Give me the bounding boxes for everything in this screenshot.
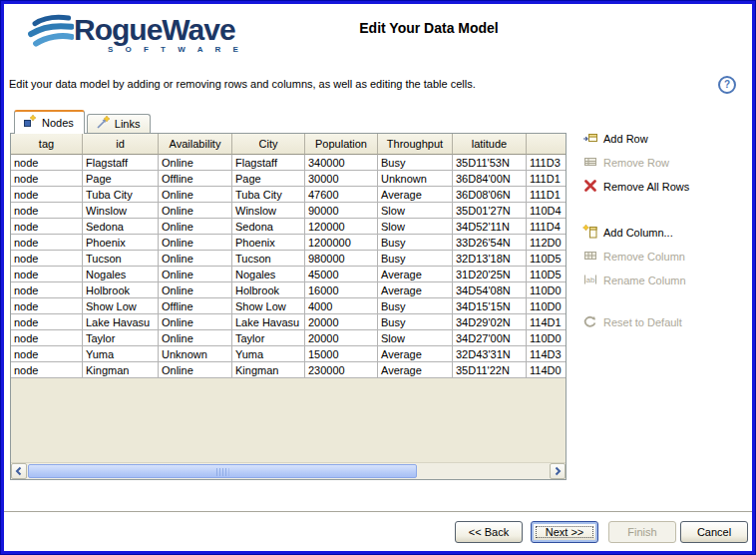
table-cell[interactable]: 111D3 [527,155,566,171]
table-cell[interactable]: 20000 [305,314,378,330]
table-cell[interactable]: Offline [159,298,232,314]
table-cell[interactable]: Flagstaff [232,155,305,171]
table-cell[interactable]: 20000 [305,330,378,346]
table-cell[interactable]: 114D0 [527,362,566,378]
table-cell[interactable]: 15000 [305,346,378,362]
scroll-left-button[interactable] [11,463,27,479]
help-icon[interactable]: ? [718,76,736,94]
tab-nodes[interactable]: Nodes [14,110,85,134]
scroll-right-button[interactable] [550,463,566,479]
table-cell[interactable]: 30000 [305,171,378,187]
table-cell[interactable]: 120000 [305,219,378,235]
table-cell[interactable]: Online [159,251,232,267]
table-cell[interactable]: Winslow [232,203,305,219]
table-cell[interactable]: 34D27'00N [453,330,527,346]
table-cell[interactable]: 110D4 [527,203,566,219]
table-cell[interactable]: Nogales [83,267,159,282]
table-cell[interactable]: 34D52'11N [453,219,527,235]
table-cell[interactable]: Busy [378,298,453,314]
table-cell[interactable]: Page [232,171,305,187]
table-cell[interactable]: node [11,219,83,235]
table-cell[interactable]: Winslow [83,203,159,219]
table-cell[interactable]: 1200000 [305,235,378,251]
table-cell[interactable]: Online [159,187,232,203]
table-cell[interactable]: Kingman [232,362,305,378]
table-cell[interactable]: node [11,203,83,219]
table-cell[interactable]: Busy [378,235,453,251]
table-cell[interactable]: 110D5 [527,267,566,282]
table-cell[interactable]: node [11,187,83,203]
table-cell[interactable]: 90000 [305,203,378,219]
action-reset-to-default[interactable]: Reset to Default [582,313,682,330]
table-cell[interactable]: Busy [378,251,453,267]
table-cell[interactable]: Show Low [232,298,305,314]
table-cell[interactable]: Nogales [232,267,305,282]
table-cell[interactable]: 34D54'08N [453,282,527,298]
scrollbar-thumb[interactable] [28,464,417,478]
table-cell[interactable]: Holbrook [83,282,159,298]
back-button[interactable]: << Back [455,521,523,543]
table-cell[interactable]: 35D11'22N [453,362,527,378]
table-cell[interactable]: Online [159,203,232,219]
finish-button[interactable]: Finish [608,521,676,543]
action-remove-row[interactable]: Remove Row [582,154,669,171]
table-cell[interactable]: node [11,330,83,346]
table-cell[interactable]: 31D20'25N [453,267,527,282]
table-cell[interactable]: 47600 [305,187,378,203]
action-remove-column[interactable]: Remove Column [582,248,685,265]
table-cell[interactable]: Slow [378,330,453,346]
table-cell[interactable]: 110D5 [527,251,566,267]
table-cell[interactable]: node [11,346,83,362]
table-cell[interactable]: Show Low [83,298,159,314]
table-cell[interactable]: 33D26'54N [453,235,527,251]
table-cell[interactable]: Online [159,282,232,298]
table-cell[interactable]: Page [83,171,159,187]
table-cell[interactable]: 4000 [305,298,378,314]
table-cell[interactable]: node [11,155,83,171]
table-cell[interactable]: 32D43'31N [453,346,527,362]
table-cell[interactable]: Holbrook [232,282,305,298]
table-cell[interactable]: node [11,298,83,314]
table-cell[interactable]: Average [378,362,453,378]
table-cell[interactable]: 110D0 [527,298,566,314]
table-cell[interactable]: 114D1 [527,314,566,330]
horizontal-scrollbar[interactable] [11,462,566,479]
table-cell[interactable]: 111D1 [527,187,566,203]
table-cell[interactable]: Average [378,187,453,203]
table-cell[interactable]: Unknown [378,171,453,187]
table-cell[interactable]: Average [378,346,453,362]
table-cell[interactable]: Flagstaff [83,155,159,171]
table-cell[interactable]: 35D01'27N [453,203,527,219]
table-cell[interactable]: Average [378,282,453,298]
table-cell[interactable]: 340000 [305,155,378,171]
table-cell[interactable]: Taylor [83,330,159,346]
table-cell[interactable]: Tuba City [232,187,305,203]
table-cell[interactable]: node [11,282,83,298]
table-cell[interactable]: Average [378,267,453,282]
table-cell[interactable]: Yuma [83,346,159,362]
table-cell[interactable]: node [11,314,83,330]
table-cell[interactable]: Tuba City [83,187,159,203]
table-cell[interactable]: node [11,267,83,282]
table-cell[interactable]: Kingman [83,362,159,378]
table-cell[interactable]: node [11,171,83,187]
table-cell[interactable]: Online [159,362,232,378]
table-cell[interactable]: Online [159,155,232,171]
table-cell[interactable]: node [11,362,83,378]
table-cell[interactable]: 110D0 [527,330,566,346]
action-remove-all-rows[interactable]: Remove All Rows [582,178,689,195]
table-cell[interactable]: 36D84'00N [453,171,527,187]
table-cell[interactable]: Slow [378,203,453,219]
table-cell[interactable]: Online [159,267,232,282]
table-cell[interactable]: 45000 [305,267,378,282]
table-cell[interactable]: 16000 [305,282,378,298]
table-cell[interactable]: 230000 [305,362,378,378]
table-cell[interactable]: 112D0 [527,235,566,251]
table-cell[interactable]: Lake Havasu [232,314,305,330]
table-cell[interactable]: 111D4 [527,219,566,235]
table-cell[interactable]: 34D29'02N [453,314,527,330]
table-cell[interactable]: Yuma [232,346,305,362]
tab-links[interactable]: Links [87,114,152,134]
table-cell[interactable]: Online [159,219,232,235]
action-add-row[interactable]: Add Row [582,130,648,147]
